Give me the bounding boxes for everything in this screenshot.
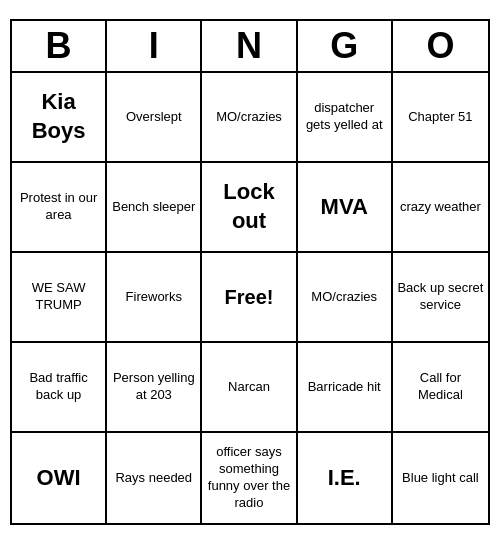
header-n: N	[202, 21, 297, 71]
bingo-cell-19[interactable]: Call for Medical	[393, 343, 488, 433]
bingo-cell-16[interactable]: Person yelling at 203	[107, 343, 202, 433]
bingo-cell-14[interactable]: Back up secret service	[393, 253, 488, 343]
bingo-cell-6[interactable]: Bench sleeper	[107, 163, 202, 253]
bingo-cell-20[interactable]: OWI	[12, 433, 107, 523]
bingo-cell-0[interactable]: Kia Boys	[12, 73, 107, 163]
bingo-cell-10[interactable]: WE SAW TRUMP	[12, 253, 107, 343]
bingo-cell-23[interactable]: I.E.	[298, 433, 393, 523]
bingo-cell-18[interactable]: Barricade hit	[298, 343, 393, 433]
bingo-cell-3[interactable]: dispatcher gets yelled at	[298, 73, 393, 163]
bingo-cell-24[interactable]: Blue light call	[393, 433, 488, 523]
bingo-cell-1[interactable]: Overslept	[107, 73, 202, 163]
bingo-cell-11[interactable]: Fireworks	[107, 253, 202, 343]
bingo-cell-15[interactable]: Bad traffic back up	[12, 343, 107, 433]
bingo-cell-12[interactable]: Free!	[202, 253, 297, 343]
bingo-cell-21[interactable]: Rays needed	[107, 433, 202, 523]
bingo-cell-17[interactable]: Narcan	[202, 343, 297, 433]
bingo-cell-2[interactable]: MO/crazies	[202, 73, 297, 163]
bingo-card: B I N G O Kia BoysOversleptMO/craziesdis…	[10, 19, 490, 525]
bingo-cell-7[interactable]: Lock out	[202, 163, 297, 253]
bingo-cell-5[interactable]: Protest in our area	[12, 163, 107, 253]
bingo-cell-13[interactable]: MO/crazies	[298, 253, 393, 343]
header-i: I	[107, 21, 202, 71]
bingo-header: B I N G O	[12, 21, 488, 73]
bingo-cell-9[interactable]: crazy weather	[393, 163, 488, 253]
bingo-cell-8[interactable]: MVA	[298, 163, 393, 253]
bingo-cell-4[interactable]: Chapter 51	[393, 73, 488, 163]
header-g: G	[298, 21, 393, 71]
header-b: B	[12, 21, 107, 71]
bingo-cell-22[interactable]: officer says something funny over the ra…	[202, 433, 297, 523]
bingo-grid: Kia BoysOversleptMO/craziesdispatcher ge…	[12, 73, 488, 523]
header-o: O	[393, 21, 488, 71]
